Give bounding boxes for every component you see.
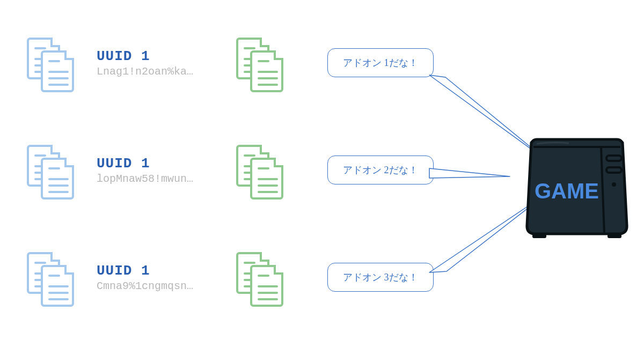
svg-rect-3 — [532, 234, 546, 238]
speech-bubble: アドオン 2だな！ — [327, 156, 434, 184]
documents-icon — [236, 252, 295, 311]
uuid-value: lopMnaw58!mwun… — [97, 173, 193, 185]
bubble-text: アドオン 3だな！ — [327, 263, 434, 292]
bubble-text: アドオン 1だな！ — [327, 48, 434, 77]
documents-icon — [236, 38, 295, 97]
uuid-label: UUID 1 — [97, 48, 193, 64]
documents-icon — [27, 38, 86, 97]
speech-bubble: アドオン 3だな！ — [327, 263, 434, 292]
documents-icon — [27, 145, 86, 204]
documents-icon — [27, 252, 86, 311]
documents-icon — [236, 145, 295, 204]
uuid-label: UUID 1 — [97, 156, 193, 172]
svg-rect-4 — [608, 234, 621, 238]
uuid-label: UUID 1 — [97, 263, 193, 279]
uuid-value: Cmna9%1cngmqsn… — [97, 280, 193, 292]
uuid-block: UUID 1 Cmna9%1cngmqsn… — [97, 263, 193, 292]
game-console-icon: GAME — [521, 129, 633, 241]
svg-point-2 — [612, 182, 616, 187]
uuid-block: UUID 1 lopMnaw58!mwun… — [97, 156, 193, 185]
speech-bubble: アドオン 1だな！ — [327, 48, 434, 77]
uuid-block: UUID 1 Lnag1!n2oan%ka… — [97, 48, 193, 78]
bubble-text: アドオン 2だな！ — [327, 156, 434, 184]
diagram-row-3: UUID 1 Cmna9%1cngmqsn… アドオン 3だな！ — [0, 247, 644, 327]
uuid-value: Lnag1!n2oan%ka… — [97, 65, 193, 78]
console-label: GAME — [535, 179, 599, 203]
diagram-row-1: UUID 1 Lnag1!n2oan%ka… アドオン 1だな！ — [0, 32, 644, 113]
